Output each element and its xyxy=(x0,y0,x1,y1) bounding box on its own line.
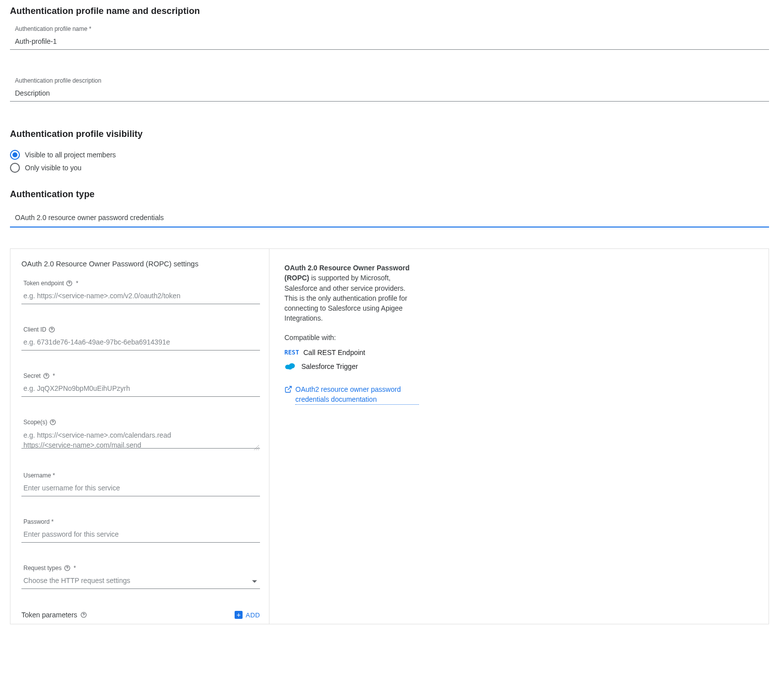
add-button-label: ADD xyxy=(246,611,260,619)
visibility-option-label: Only visible to you xyxy=(25,164,82,172)
svg-point-3 xyxy=(52,331,52,331)
svg-point-9 xyxy=(67,569,67,570)
scopes-field: Scope(s) xyxy=(21,419,260,450)
label-text: Client ID xyxy=(23,326,46,333)
help-icon[interactable] xyxy=(43,372,50,379)
section-heading-visibility: Authentication profile visibility xyxy=(10,129,769,139)
documentation-link[interactable]: OAuth2 resource owner password credentia… xyxy=(284,384,419,405)
password-field: Password * xyxy=(21,518,260,543)
help-icon[interactable] xyxy=(49,419,56,426)
label-text: Token parameters xyxy=(21,611,77,619)
ropc-settings-right: OAuth 2.0 Resource Owner Password (ROPC)… xyxy=(269,249,439,624)
compat-row-rest: REST Call REST Endpoint xyxy=(284,346,419,359)
password-input[interactable] xyxy=(21,527,260,543)
plus-icon: + xyxy=(235,611,243,619)
token-endpoint-field: Token endpoint * xyxy=(21,280,260,304)
salesforce-icon xyxy=(284,362,296,370)
token-endpoint-input[interactable] xyxy=(21,289,260,304)
svg-point-11 xyxy=(84,616,84,616)
compat-row-salesforce: Salesforce Trigger xyxy=(284,359,419,373)
secret-label: Secret * xyxy=(23,372,55,379)
section-heading-auth-type: Authentication type xyxy=(10,189,769,200)
svg-point-14 xyxy=(288,366,292,370)
profile-desc-input[interactable] xyxy=(10,86,769,102)
request-types-field: Request types * Choose the HTTP request … xyxy=(21,565,260,589)
visibility-option-you[interactable]: Only visible to you xyxy=(10,161,769,174)
chevron-down-icon xyxy=(252,580,257,583)
auth-type-select[interactable]: OAuth 2.0 resource owner password creden… xyxy=(10,209,769,228)
profile-desc-label: Authentication profile description xyxy=(15,77,101,84)
help-icon[interactable] xyxy=(48,326,55,333)
label-text: Scope(s) xyxy=(23,419,47,426)
required-asterisk: * xyxy=(76,280,78,287)
scopes-label: Scope(s) xyxy=(23,419,56,426)
token-endpoint-label: Token endpoint * xyxy=(23,280,78,287)
secret-input[interactable] xyxy=(21,381,260,397)
token-parameters-label: Token parameters xyxy=(21,611,87,619)
visibility-radio-group: Visible to all project members Only visi… xyxy=(10,148,769,174)
visibility-option-all[interactable]: Visible to all project members xyxy=(10,148,769,161)
profile-name-input[interactable] xyxy=(10,34,769,50)
username-input[interactable] xyxy=(21,481,260,496)
request-types-select[interactable]: Choose the HTTP request settings xyxy=(21,574,260,589)
svg-point-7 xyxy=(53,423,53,424)
required-asterisk: * xyxy=(53,372,55,379)
add-token-param-button[interactable]: + ADD xyxy=(235,611,260,619)
documentation-link-text: OAuth2 resource owner password credentia… xyxy=(295,384,419,405)
ropc-panel-title: OAuth 2.0 Resource Owner Password (ROPC)… xyxy=(21,260,260,268)
ropc-description: OAuth 2.0 Resource Owner Password (ROPC)… xyxy=(284,263,419,324)
radio-checked-icon xyxy=(10,150,20,160)
client-id-label: Client ID xyxy=(23,326,55,333)
svg-point-5 xyxy=(46,377,46,377)
secret-field: Secret * xyxy=(21,372,260,397)
username-field: Username * xyxy=(21,472,260,496)
profile-desc-field: Authentication profile description xyxy=(10,77,769,102)
section-heading-name-desc: Authentication profile name and descript… xyxy=(10,6,769,16)
svg-point-1 xyxy=(69,284,70,285)
request-types-label: Request types * xyxy=(23,565,76,572)
label-text: Secret xyxy=(23,372,41,379)
password-label: Password * xyxy=(23,518,54,525)
compat-label: Salesforce Trigger xyxy=(301,362,358,370)
rest-icon: REST xyxy=(284,349,298,356)
visibility-option-label: Visible to all project members xyxy=(25,151,116,159)
client-id-input[interactable] xyxy=(21,335,260,350)
radio-unchecked-icon xyxy=(10,163,20,173)
resize-grip-icon[interactable] xyxy=(254,444,259,449)
compat-label: Call REST Endpoint xyxy=(303,349,365,356)
required-asterisk: * xyxy=(74,565,76,572)
open-in-new-icon xyxy=(284,385,292,393)
request-types-value: Choose the HTTP request settings xyxy=(21,574,260,589)
scopes-input[interactable] xyxy=(21,428,260,449)
profile-name-label: Authentication profile name * xyxy=(15,25,91,32)
label-text: Request types xyxy=(23,565,62,572)
profile-name-field: Authentication profile name * xyxy=(10,25,769,50)
client-id-field: Client ID xyxy=(21,326,260,350)
token-parameters-row: Token parameters + ADD xyxy=(21,611,260,619)
ropc-settings-left: OAuth 2.0 Resource Owner Password (ROPC)… xyxy=(10,249,269,624)
help-icon[interactable] xyxy=(66,280,73,287)
help-icon[interactable] xyxy=(80,611,87,618)
username-label: Username * xyxy=(23,472,55,479)
ropc-settings-panel: OAuth 2.0 Resource Owner Password (ROPC)… xyxy=(10,248,769,624)
label-text: Token endpoint xyxy=(23,280,64,287)
compatible-with-heading: Compatible with: xyxy=(284,334,419,342)
help-icon[interactable] xyxy=(64,565,71,572)
